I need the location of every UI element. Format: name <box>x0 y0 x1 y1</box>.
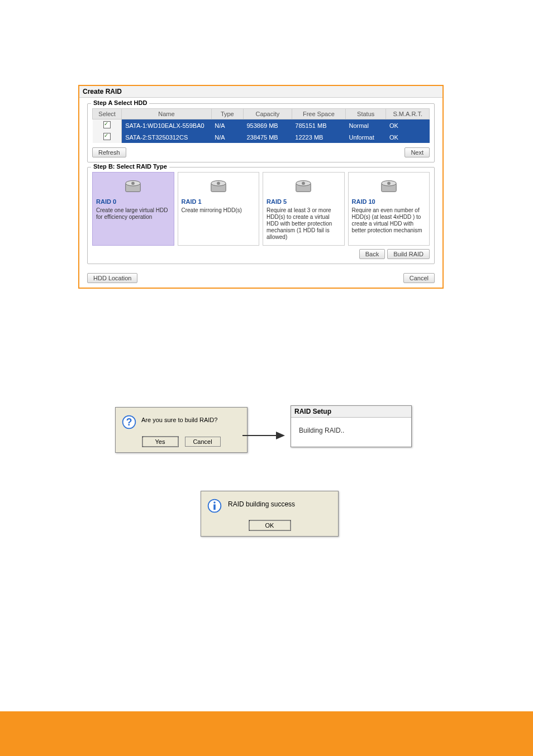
build-raid-button[interactable]: Build RAID <box>387 249 430 259</box>
svg-point-5 <box>217 181 220 185</box>
svg-point-8 <box>302 181 305 185</box>
raid-card-desc: Create mirroring HDD(s) <box>182 207 256 214</box>
hdd-type: N/A <box>211 119 243 132</box>
col-capacity[interactable]: Capacity <box>243 109 292 119</box>
hdd-capacity: 953869 MB <box>243 119 292 132</box>
col-status[interactable]: Status <box>345 109 386 119</box>
arrow-icon <box>242 432 287 439</box>
raid-card-raid10[interactable]: RAID 10 Require an even number of HDD(s)… <box>348 172 430 246</box>
back-button[interactable]: Back <box>359 249 385 259</box>
raid-card-title: RAID 10 <box>352 198 426 205</box>
next-button[interactable]: Next <box>404 147 430 157</box>
col-freespace[interactable]: Free Space <box>292 109 345 119</box>
step-b-fieldset: Step B: Select RAID Type RAID 0 Create o… <box>87 167 435 264</box>
table-row[interactable]: SATA-2:ST3250312CS N/A 238475 MB 12223 M… <box>93 131 430 143</box>
raid-card-desc: Require an even number of HDD(s) (at lea… <box>352 207 426 234</box>
raid-card-desc: Require at least 3 or more HDD(s) to cre… <box>266 207 341 241</box>
raid-card-title: RAID 5 <box>266 198 341 205</box>
step-a-title: Step A Select HDD <box>91 99 149 106</box>
window-title: Create RAID <box>79 86 442 98</box>
raid-card-title: RAID 1 <box>182 198 256 205</box>
yes-button[interactable]: Yes <box>142 437 178 447</box>
svg-point-2 <box>131 181 135 185</box>
hdd-type: N/A <box>211 131 243 143</box>
confirm-message: Are you sure to build RAID? <box>141 414 217 423</box>
cancel-button[interactable]: Cancel <box>403 273 435 283</box>
confirm-cancel-button[interactable]: Cancel <box>185 437 221 447</box>
hdd-name: SATA-2:ST3250312CS <box>122 131 212 143</box>
hdd-location-button[interactable]: HDD Location <box>87 273 137 283</box>
hdd-name: SATA-1:WD10EALX-559BA0 <box>122 119 212 132</box>
create-raid-window: Create RAID Step A Select HDD Select Nam… <box>78 85 444 289</box>
raid-setup-title: RAID Setup <box>291 406 411 418</box>
svg-point-11 <box>387 181 391 185</box>
raid-card-raid5[interactable]: RAID 5 Require at least 3 or more HDD(s)… <box>263 172 345 246</box>
svg-text:?: ? <box>126 417 132 428</box>
raid-card-raid1[interactable]: RAID 1 Create mirroring HDD(s) <box>178 172 260 246</box>
table-row[interactable]: SATA-1:WD10EALX-559BA0 N/A 953869 MB 785… <box>93 119 430 132</box>
hdd-status: Normal <box>345 119 386 132</box>
success-message: RAID building success <box>228 498 295 508</box>
hdd-capacity: 238475 MB <box>243 131 292 143</box>
svg-point-15 <box>213 501 216 504</box>
hdd-checkbox[interactable] <box>103 133 111 140</box>
page-footer <box>0 711 533 756</box>
hdd-icon <box>379 176 398 195</box>
raid-setup-window: RAID Setup Building RAID.. <box>291 405 412 447</box>
col-select[interactable]: Select <box>93 109 122 119</box>
hdd-smart: OK <box>386 131 430 143</box>
hdd-free: 785151 MB <box>292 119 345 132</box>
raid-card-title: RAID 0 <box>96 198 170 205</box>
hdd-icon <box>294 176 313 195</box>
col-smart[interactable]: S.M.A.R.T. <box>386 109 430 119</box>
hdd-table: Select Name Type Capacity Free Space Sta… <box>92 108 430 143</box>
step-a-fieldset: Step A Select HDD Select Name Type Capac… <box>87 103 435 162</box>
hdd-smart: OK <box>386 119 430 132</box>
hdd-status: Unformat <box>345 131 386 143</box>
hdd-icon <box>123 176 142 195</box>
question-icon: ? <box>121 414 137 430</box>
confirm-dialog: ? Are you sure to build RAID? Yes Cancel <box>115 407 248 453</box>
success-dialog: RAID building success OK <box>201 491 339 537</box>
refresh-button[interactable]: Refresh <box>92 147 126 157</box>
svg-rect-16 <box>213 504 216 510</box>
hdd-free: 12223 MB <box>292 131 345 143</box>
hdd-icon <box>209 176 228 195</box>
col-name[interactable]: Name <box>122 109 212 119</box>
col-type[interactable]: Type <box>211 109 243 119</box>
raid-setup-message: Building RAID.. <box>291 418 411 447</box>
raid-card-raid0[interactable]: RAID 0 Create one large virtual HDD for … <box>92 172 174 246</box>
step-b-title: Step B: Select RAID Type <box>91 163 169 170</box>
raid-card-desc: Create one large virtual HDD for efficie… <box>96 207 170 221</box>
info-icon <box>207 498 222 514</box>
ok-button[interactable]: OK <box>249 520 291 530</box>
hdd-checkbox[interactable] <box>103 121 111 128</box>
